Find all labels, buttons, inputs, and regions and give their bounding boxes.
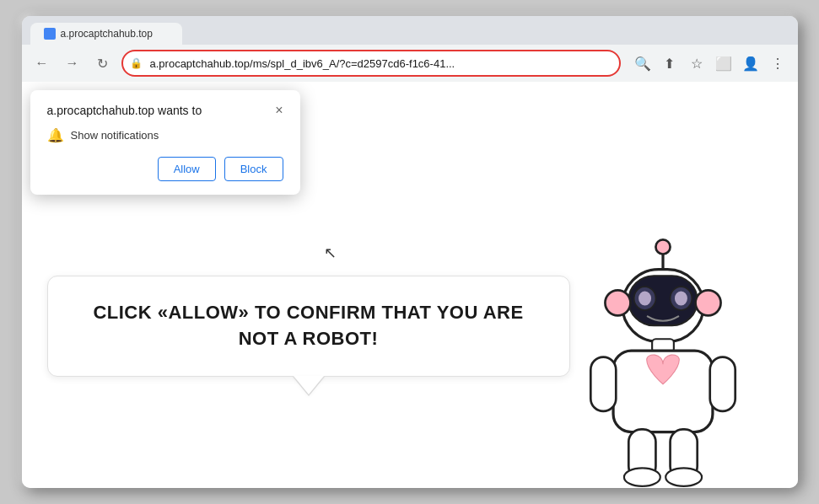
svg-point-17	[665, 468, 702, 485]
svg-point-1	[655, 239, 670, 254]
browser-chrome: a.procaptchahub.top	[22, 16, 798, 45]
tab-favicon	[44, 28, 56, 40]
tab-icon: ⬜	[715, 56, 732, 72]
menu-button[interactable]: ⋮	[766, 51, 789, 75]
bell-icon: 🔔	[47, 127, 64, 143]
popup-close-button[interactable]: ×	[275, 104, 283, 117]
star-icon: ☆	[691, 56, 703, 72]
menu-icon: ⋮	[771, 56, 784, 72]
browser-window: a.procaptchahub.top ← → ↻ 🔒 a.procaptcha…	[22, 16, 798, 488]
allow-button[interactable]: Allow	[158, 157, 216, 181]
svg-point-6	[638, 291, 651, 305]
block-button[interactable]: Block	[224, 157, 283, 181]
bookmark-button[interactable]: ☆	[685, 51, 709, 75]
toolbar-icons: 🔍 ⬆ ☆ ⬜ 👤 ⋮	[631, 51, 789, 75]
popup-notification-row: 🔔 Show notifications	[47, 127, 283, 143]
cursor-arrow: ↖	[324, 244, 337, 262]
share-button[interactable]: ⬆	[658, 51, 682, 75]
back-button[interactable]: ←	[30, 51, 54, 75]
lock-icon: 🔒	[130, 57, 143, 69]
active-tab[interactable]: a.procaptchahub.top	[30, 23, 182, 45]
tab-bar: a.procaptchahub.top	[30, 23, 789, 45]
forward-button[interactable]: →	[61, 51, 84, 75]
popup-title: a.procaptchahub.top wants to	[47, 104, 202, 117]
page-content: a.procaptchahub.top wants to × 🔔 Show no…	[22, 82, 798, 488]
robot-container	[562, 235, 764, 488]
address-bar-wrapper: 🔒 a.procaptchahub.top/ms/spl_d_ibv6_A/?c…	[121, 50, 621, 77]
popup-buttons: Allow Block	[47, 157, 283, 181]
notification-popup: a.procaptchahub.top wants to × 🔔 Show no…	[30, 90, 300, 195]
svg-rect-13	[709, 357, 735, 411]
svg-point-16	[623, 468, 660, 485]
profile-icon: 👤	[742, 56, 759, 72]
share-icon: ⬆	[664, 56, 675, 72]
robot-illustration	[562, 235, 764, 488]
address-bar-row: ← → ↻ 🔒 a.procaptchahub.top/ms/spl_d_ibv…	[22, 45, 798, 82]
svg-rect-12	[590, 357, 616, 411]
search-icon-button[interactable]: 🔍	[631, 51, 655, 75]
svg-point-9	[695, 290, 720, 315]
svg-point-7	[674, 291, 687, 305]
url-text: a.procaptchahub.top/ms/spl_d_ibv6_A/?c=d…	[150, 57, 455, 70]
bubble-text: CLICK «ALLOW» TO CONFIRM THAT YOU ARE NO…	[73, 300, 544, 352]
tab-view-button[interactable]: ⬜	[712, 51, 735, 75]
profile-button[interactable]: 👤	[739, 51, 762, 75]
address-bar[interactable]: a.procaptchahub.top/ms/spl_d_ibv6_A/?c=d…	[121, 50, 621, 77]
popup-header: a.procaptchahub.top wants to ×	[47, 104, 283, 117]
refresh-button[interactable]: ↻	[91, 51, 115, 75]
svg-point-8	[605, 290, 630, 315]
notification-label: Show notifications	[71, 129, 159, 142]
tab-title: a.procaptchahub.top	[61, 28, 153, 40]
speech-bubble: CLICK «ALLOW» TO CONFIRM THAT YOU ARE NO…	[47, 276, 570, 377]
search-icon: 🔍	[634, 56, 651, 72]
speech-bubble-area: CLICK «ALLOW» TO CONFIRM THAT YOU ARE NO…	[47, 276, 570, 377]
